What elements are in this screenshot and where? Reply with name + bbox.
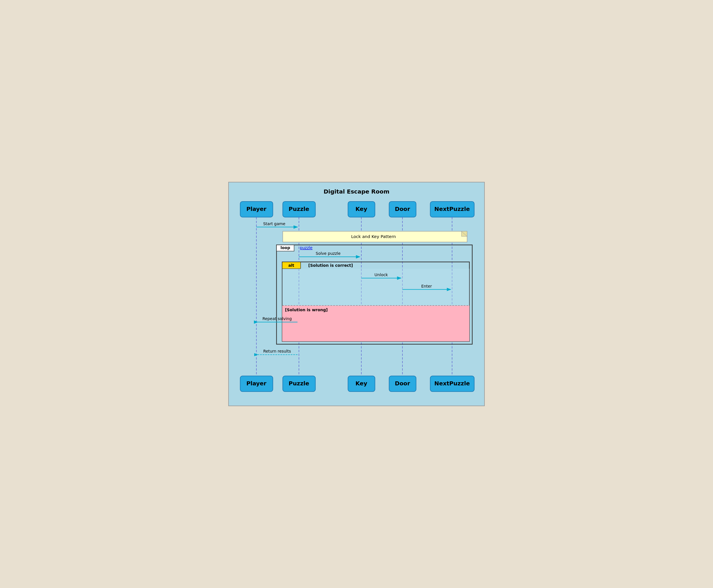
loop-guard: puzzle — [300, 246, 312, 250]
msg-start-game: Start game — [263, 222, 285, 226]
wrong-guard: [Solution is wrong] — [285, 308, 328, 312]
actor-player-bottom: Player — [246, 380, 266, 387]
actor-key-top: Key — [355, 206, 367, 212]
actor-door-top: Door — [395, 206, 410, 212]
msg-enter: Enter — [421, 284, 432, 289]
diagram-title: Digital Escape Room — [235, 188, 478, 195]
alt-label: alt — [288, 263, 295, 268]
msg-repeat: Repeat solving — [262, 316, 292, 321]
loop-label: loop — [280, 246, 290, 250]
correct-guard: [Solution is correct] — [308, 263, 353, 268]
note-text: Lock and Key Pattern — [351, 234, 396, 239]
actor-puzzle-top: Puzzle — [289, 206, 309, 212]
actor-key-bottom: Key — [355, 380, 367, 387]
sequence-svg: Player Puzzle Key Door NextPuzzle Start … — [235, 200, 478, 399]
msg-return-results: Return results — [263, 349, 291, 354]
sequence-diagram: Digital Escape Room Player Puzzle Key Do… — [228, 182, 485, 406]
actor-player-top: Player — [246, 206, 266, 212]
msg-unlock: Unlock — [374, 272, 388, 277]
actor-nextpuzzle-bottom: NextPuzzle — [434, 380, 470, 387]
actor-puzzle-bottom: Puzzle — [289, 380, 309, 387]
actor-nextpuzzle-top: NextPuzzle — [434, 206, 470, 212]
actor-door-bottom: Door — [395, 380, 410, 387]
msg-solve-puzzle: Solve puzzle — [316, 251, 341, 256]
